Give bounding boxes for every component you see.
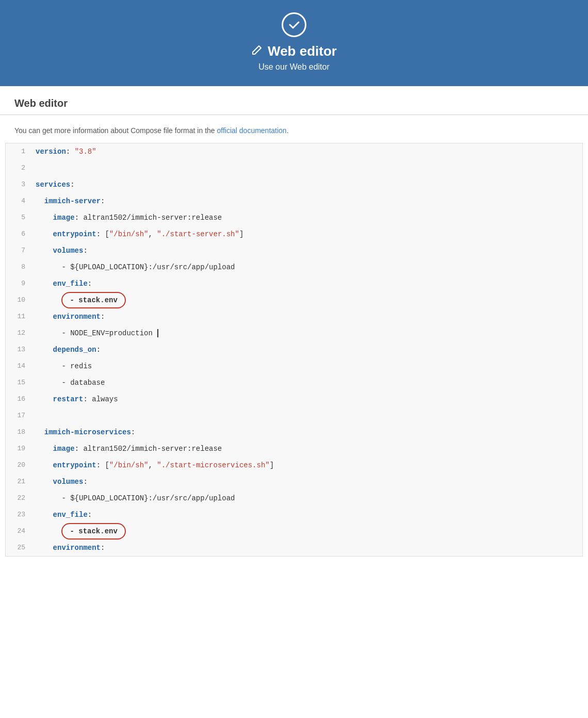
code-line-9: 9 env_file: [6, 275, 582, 292]
code-line-24: 24 - stack.env [6, 523, 582, 540]
code-line-6: 6 entrypoint: ["/bin/sh", "./start-serve… [6, 226, 582, 242]
code-line-3: 3 services: [6, 176, 582, 193]
code-line-13: 13 depends_on: [6, 341, 582, 358]
edit-icon [251, 43, 263, 59]
code-line-10: 10 - stack.env [6, 292, 582, 308]
section-title: Web editor [14, 97, 574, 109]
code-line-8: 8 - ${UPLOAD_LOCATION}:/usr/src/app/uplo… [6, 259, 582, 275]
code-line-7: 7 volumes: [6, 242, 582, 259]
code-line-12: 12 - NODE_ENV=production [6, 325, 582, 341]
info-text: You can get more information about Compo… [0, 124, 588, 143]
code-line-21: 21 volumes: [6, 474, 582, 490]
code-editor[interactable]: 1 version: "3.8" 2 3 services: 4 immich-… [5, 143, 583, 557]
code-line-4: 4 immich-server: [6, 193, 582, 209]
code-line-18: 18 immich-microservices: [6, 424, 582, 440]
stack-env-box-1: - stack.env [61, 292, 125, 308]
check-circle-icon [282, 12, 306, 37]
code-line-25: 25 environment: [6, 540, 582, 556]
code-line-14: 14 - redis [6, 358, 582, 374]
code-line-22: 22 - ${UPLOAD_LOCATION}:/usr/src/app/upl… [6, 490, 582, 507]
code-line-23: 23 env_file: [6, 507, 582, 523]
stack-env-box-2: - stack.env [61, 523, 125, 540]
code-line-19: 19 image: altran1502/immich-server:relea… [6, 440, 582, 457]
code-line-16: 16 restart: always [6, 391, 582, 407]
code-line-11: 11 environment: [6, 308, 582, 325]
official-docs-link[interactable]: official documentation [217, 126, 286, 135]
header-title: Web editor [10, 43, 578, 59]
code-line-15: 15 - database [6, 374, 582, 391]
code-line-5: 5 image: altran1502/immich-server:releas… [6, 209, 582, 226]
header-subtitle: Use our Web editor [10, 62, 578, 72]
code-line-17: 17 [6, 407, 582, 424]
code-line-1: 1 version: "3.8" [6, 143, 582, 160]
code-line-2: 2 [6, 160, 582, 176]
header-banner: Web editor Use our Web editor [0, 0, 588, 86]
code-line-20: 20 entrypoint: ["/bin/sh", "./start-micr… [6, 457, 582, 474]
section-title-bar: Web editor [0, 86, 588, 115]
